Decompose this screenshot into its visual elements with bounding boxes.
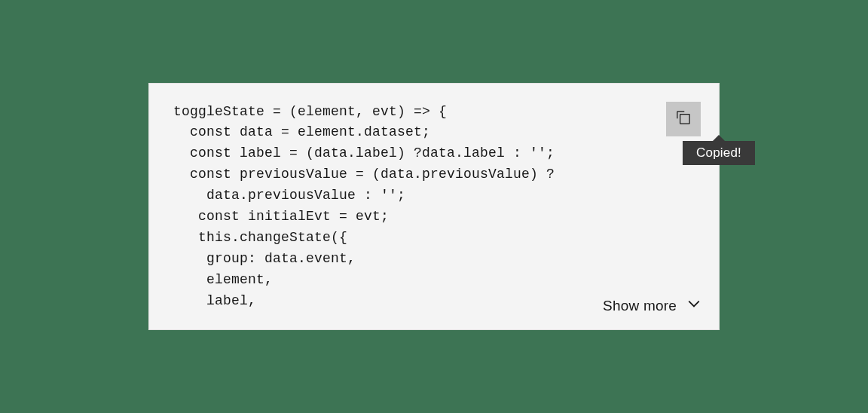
tooltip-text: Copied! — [696, 145, 741, 160]
code-snippet-card: toggleState = (element, evt) => { const … — [148, 83, 720, 331]
copy-icon — [676, 110, 691, 127]
copied-tooltip: Copied! — [683, 141, 755, 165]
code-content: toggleState = (element, evt) => { const … — [173, 102, 695, 312]
copy-button[interactable] — [666, 102, 701, 136]
show-more-button[interactable]: Show more — [603, 297, 701, 314]
show-more-label: Show more — [603, 298, 677, 314]
chevron-down-icon — [687, 297, 701, 314]
